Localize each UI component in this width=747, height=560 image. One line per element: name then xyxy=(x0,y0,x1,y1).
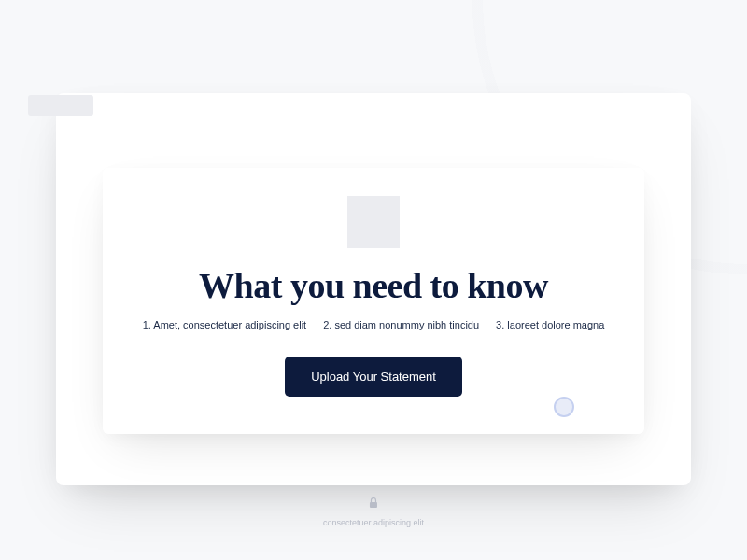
decorative-circle xyxy=(554,397,574,417)
steps-list: 1. Amet, consectetuer adipiscing elit 2.… xyxy=(131,319,616,330)
card-icon-placeholder xyxy=(347,196,400,248)
footer-text: consectetuer adipiscing elit xyxy=(323,518,424,527)
main-card: What you need to know 1. Amet, consectet… xyxy=(103,168,644,434)
step-item: 3. laoreet dolore magna xyxy=(496,319,604,330)
step-item: 1. Amet, consectetuer adipiscing elit xyxy=(143,319,306,330)
upload-statement-button[interactable]: Upload Your Statement xyxy=(285,357,462,397)
logo-placeholder xyxy=(28,95,93,116)
footer: consectetuer adipiscing elit xyxy=(323,496,424,527)
svg-rect-0 xyxy=(370,502,377,508)
card-heading: What you need to know xyxy=(131,265,616,306)
lock-icon xyxy=(369,496,378,512)
step-item: 2. sed diam nonummy nibh tincidu xyxy=(323,319,479,330)
